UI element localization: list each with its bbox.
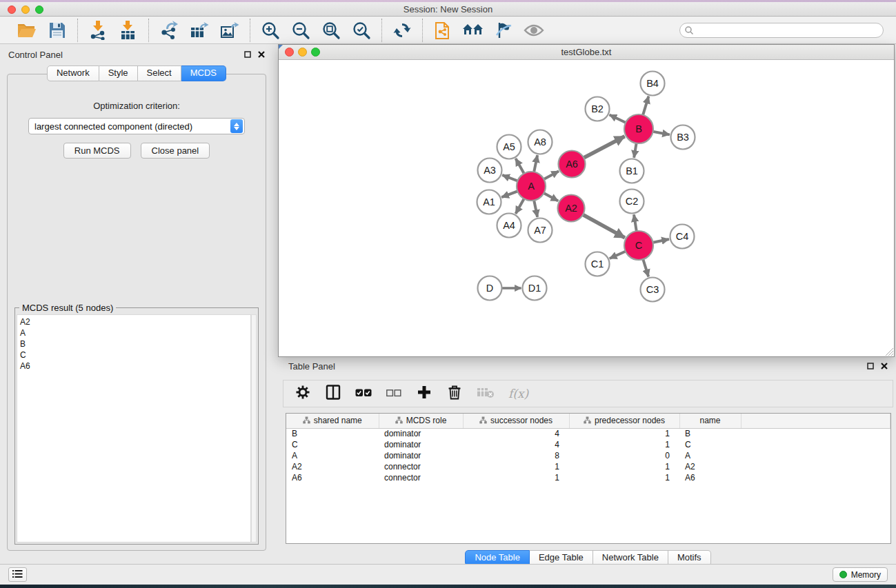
session-title: Session: New Session [0,4,896,14]
mcds-result-title: MCDS result (5 nodes) [19,303,116,313]
table-cell[interactable]: C [286,439,379,450]
column-header-predecessor-nodes[interactable]: predecessor nodes [569,414,679,428]
zoom-in-button[interactable] [259,19,282,41]
hide-graphics-details-button[interactable] [492,19,515,41]
window-titlebar: Session: New Session [0,2,896,17]
table-cell[interactable]: dominator [379,428,463,439]
first-neighbors-button[interactable] [461,19,485,41]
table-cell[interactable]: 0 [569,450,679,461]
float-panel-button[interactable] [244,51,251,58]
table-cell[interactable]: C [679,439,741,450]
export-image-button[interactable] [218,19,241,41]
network-window-titlebar[interactable]: testGlobe.txt [279,45,894,60]
column-header-mcds-role[interactable]: MCDS role [379,414,463,428]
show-columns-button[interactable] [325,385,341,403]
function-fx-icon: f(x) [508,387,528,401]
table-cell[interactable]: 4 [463,428,569,439]
table-cell[interactable]: 1 [569,439,679,450]
function-builder-button[interactable]: f(x) [508,385,528,403]
table-cell[interactable]: 1 [463,461,569,472]
create-column-button[interactable] [416,385,432,403]
result-item[interactable]: B [20,338,250,349]
table-cell[interactable]: 4 [463,439,569,450]
import-network-button[interactable] [86,19,110,41]
export-table-button[interactable] [188,19,211,41]
table-cell[interactable]: A6 [679,472,741,483]
table-row[interactable]: Bdominator41B [286,428,890,439]
column-header-name[interactable]: name [679,414,741,428]
table-cell[interactable]: dominator [379,439,463,450]
run-mcds-button[interactable]: Run MCDS [63,143,131,159]
table-cell[interactable]: 1 [569,472,679,483]
table-cell[interactable]: dominator [379,450,463,461]
tab-style[interactable]: Style [99,65,138,81]
table-cell[interactable]: B [679,428,741,439]
table-cell[interactable]: B [286,428,379,439]
network-canvas[interactable]: B4B2BB3A5A8A6A3B1AA1C2A2A4A7C4CC1C3DD1 [279,60,894,356]
tab-network[interactable]: Network [47,65,99,81]
table-cell[interactable]: A6 [286,472,379,483]
apply-layout-button[interactable] [390,19,414,41]
table-cell[interactable]: A2 [286,461,379,472]
table-cell[interactable]: connector [379,472,463,483]
column-header-shared-name[interactable]: shared name [286,414,379,428]
network-close-button[interactable] [285,48,294,57]
criterion-dropdown[interactable]: largest connected component (directed) [28,118,245,134]
search-input[interactable] [679,23,884,38]
table-row[interactable]: Cdominator41C [286,439,890,450]
graph-node-label: C4 [676,231,689,242]
window-resize-grip[interactable] [884,347,893,356]
close-panel-icon-button[interactable] [258,51,265,58]
status-bar: Memory [0,564,896,585]
table-cell[interactable]: A [679,450,741,461]
table-row[interactable]: A6connector11A6 [286,472,890,483]
result-list-scrollbar[interactable] [251,314,257,543]
table-row[interactable]: Adominator80A [286,450,890,461]
table-cell[interactable]: 1 [569,461,679,472]
import-table-button[interactable] [117,19,140,41]
column-header-successor-nodes[interactable]: successor nodes [463,414,569,428]
table-cell[interactable]: A [286,450,379,461]
table-cell[interactable]: 1 [569,428,679,439]
close-window-button[interactable] [8,6,16,14]
table-cell[interactable]: A2 [679,461,741,472]
table-settings-button[interactable] [295,385,311,403]
select-all-columns-button[interactable] [355,385,372,403]
mcds-result-list[interactable]: A2ABCA6 [17,314,251,543]
table-cell[interactable]: 1 [463,472,569,483]
export-network-button[interactable] [157,19,181,41]
memory-status-dot [839,571,847,578]
table-cell[interactable]: connector [379,461,463,472]
table-row[interactable]: A2connector11A2 [286,461,890,472]
delete-table-button[interactable] [477,385,495,403]
network-zoom-button[interactable] [311,48,320,57]
save-session-button[interactable] [46,19,69,41]
result-item[interactable]: A [20,327,250,338]
window-focus-corner [279,45,283,49]
task-history-button[interactable] [8,567,27,582]
zoom-out-button[interactable] [289,19,312,41]
zoom-selected-button[interactable] [350,19,373,41]
close-table-panel-button[interactable] [881,363,888,369]
open-session-button[interactable] [15,19,39,41]
unselect-all-columns-button[interactable] [386,385,402,403]
result-item[interactable]: C [20,349,250,361]
zoom-window-button[interactable] [35,6,43,14]
float-table-panel-button[interactable] [867,363,874,369]
tab-select[interactable]: Select [138,65,181,81]
result-item[interactable]: A6 [20,361,250,372]
delete-column-button[interactable] [446,385,463,403]
show-graphics-details-button[interactable] [522,19,546,41]
tab-mcds[interactable]: MCDS [181,65,226,81]
column-header-filler [741,414,890,428]
network-minimize-button[interactable] [298,48,307,57]
minimize-window-button[interactable] [21,6,30,14]
close-panel-button[interactable]: Close panel [141,143,210,159]
zoom-fit-button[interactable] [319,19,343,41]
table-cell-filler [741,450,890,461]
gear-icon [295,384,311,403]
result-item[interactable]: A2 [20,316,250,327]
memory-button[interactable]: Memory [833,567,888,582]
new-network-from-selection-button[interactable] [431,19,455,41]
table-cell[interactable]: 8 [463,450,569,461]
